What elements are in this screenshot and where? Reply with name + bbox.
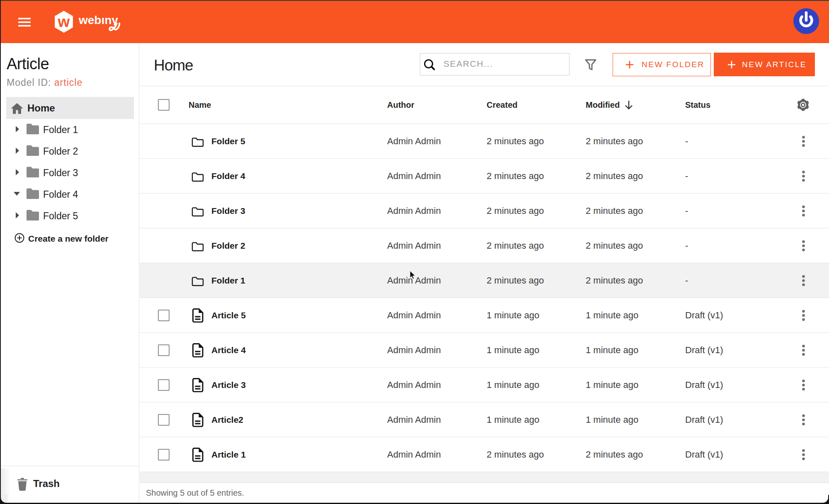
svg-text:w: w: [58, 13, 70, 30]
